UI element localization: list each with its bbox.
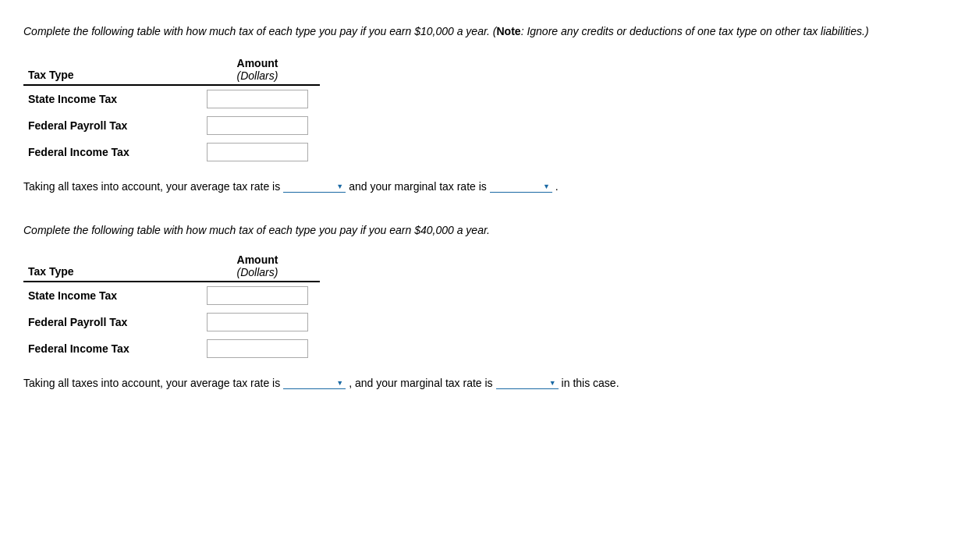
section1-avg-rate-dropdown-wrapper[interactable]: 10% 15% 20% 25% 30% <box>283 179 346 193</box>
section1-row-state-income: State Income Tax <box>23 85 320 112</box>
section2-avg-rate-row: Taking all taxes into account, your aver… <box>23 376 949 389</box>
section1-table: Tax Type Amount (Dollars) State Income T… <box>23 55 320 165</box>
section1-input-federal-income[interactable] <box>207 143 308 161</box>
section2-input-federal-income[interactable] <box>207 339 308 358</box>
section1-row-federal-income: Federal Income Tax <box>23 139 320 165</box>
section2-row-federal-income: Federal Income Tax <box>23 335 320 362</box>
section2-input-federal-payroll[interactable] <box>207 313 308 331</box>
section2-avg-rate-text2: , and your marginal tax rate is <box>349 377 492 389</box>
section2-label-federal-payroll: Federal Payroll Tax <box>23 309 195 335</box>
section2-label-state-income: State Income Tax <box>23 282 195 309</box>
section2-col1-header: Tax Type <box>23 252 195 280</box>
section2-avg-rate-dropdown[interactable]: 10% 15% 20% 25% 30% <box>283 376 346 389</box>
section2-amount-federal-income[interactable] <box>195 335 320 362</box>
section1-note-bold: Note <box>497 25 521 37</box>
section1-amount-state-income[interactable] <box>195 85 320 112</box>
section2-avg-rate-dropdown-wrapper[interactable]: 10% 15% 20% 25% 30% <box>283 376 346 389</box>
section2-input-state-income[interactable] <box>207 286 308 305</box>
section2: Complete the following table with how mu… <box>23 224 949 389</box>
section2-col2-header: Amount (Dollars) <box>195 252 320 280</box>
section2-table: Tax Type Amount (Dollars) State Income T… <box>23 252 320 362</box>
section2-row-federal-payroll: Federal Payroll Tax <box>23 309 320 335</box>
section1: Complete the following table with how mu… <box>23 23 949 193</box>
section1-input-federal-payroll[interactable] <box>207 116 308 135</box>
section1-label-state-income: State Income Tax <box>23 85 195 112</box>
section1-label-federal-income: Federal Income Tax <box>23 139 195 165</box>
section1-avg-rate-text1: Taking all taxes into account, your aver… <box>23 180 280 193</box>
section2-avg-rate-text3: in this case. <box>562 377 619 389</box>
section1-avg-rate-text3: . <box>555 180 559 193</box>
section1-avg-rate-row: Taking all taxes into account, your aver… <box>23 179 949 193</box>
section1-marginal-rate-dropdown[interactable]: 10% 15% 20% 25% 30% <box>490 179 552 193</box>
section2-marginal-rate-dropdown-wrapper[interactable]: 10% 15% 20% 25% 30% <box>496 376 559 389</box>
section1-marginal-rate-dropdown-wrapper[interactable]: 10% 15% 20% 25% 30% <box>490 179 552 193</box>
section2-amount-state-income[interactable] <box>195 282 320 309</box>
section2-avg-rate-text1: Taking all taxes into account, your aver… <box>23 377 280 389</box>
section2-intro: Complete the following table with how mu… <box>23 224 949 236</box>
section2-amount-federal-payroll[interactable] <box>195 309 320 335</box>
section1-avg-rate-text2: and your marginal tax rate is <box>349 180 487 193</box>
section1-amount-federal-payroll[interactable] <box>195 112 320 139</box>
section1-amount-federal-income[interactable] <box>195 139 320 165</box>
section2-label-federal-income: Federal Income Tax <box>23 335 195 362</box>
section2-row-state-income: State Income Tax <box>23 282 320 309</box>
section1-avg-rate-dropdown[interactable]: 10% 15% 20% 25% 30% <box>283 179 346 193</box>
section1-intro: Complete the following table with how mu… <box>23 23 921 40</box>
section2-marginal-rate-dropdown[interactable]: 10% 15% 20% 25% 30% <box>496 376 559 389</box>
section1-label-federal-payroll: Federal Payroll Tax <box>23 112 195 139</box>
section1-col1-header: Tax Type <box>23 55 195 83</box>
section1-row-federal-payroll: Federal Payroll Tax <box>23 112 320 139</box>
section1-col2-header: Amount (Dollars) <box>195 55 320 83</box>
section1-input-state-income[interactable] <box>207 90 308 108</box>
